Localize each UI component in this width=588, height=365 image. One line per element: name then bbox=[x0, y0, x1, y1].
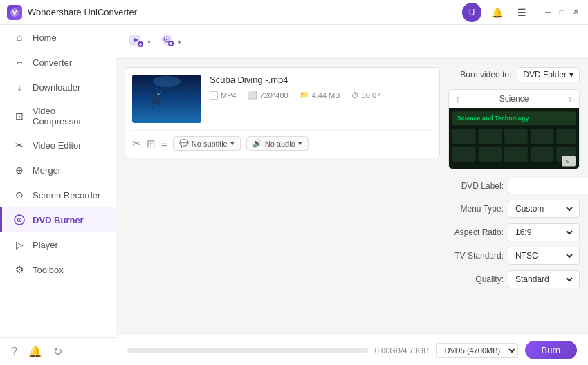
quality-label: Quality: bbox=[448, 274, 504, 284]
sync-icon[interactable]: ↻ bbox=[53, 345, 62, 358]
minimize-button[interactable]: ─ bbox=[542, 7, 553, 18]
compressor-icon: ⊡ bbox=[13, 110, 26, 122]
user-avatar[interactable]: U bbox=[462, 3, 481, 22]
main-layout: ⌂ Home ↔ Converter ↓ Downloader ⊡ Video … bbox=[0, 25, 588, 365]
quality-select-input[interactable]: Standard High Low bbox=[513, 274, 575, 285]
tv-standard-select[interactable]: NTSC PAL bbox=[508, 247, 580, 265]
video-info: Scuba Diving -.mp4 MP4 ⬜ 720*480 bbox=[210, 75, 432, 100]
aspect-ratio-label: Aspect Ratio: bbox=[448, 227, 504, 237]
quality-select[interactable]: Standard High Low bbox=[508, 270, 580, 288]
video-list-panel: Scuba Diving -.mp4 MP4 ⬜ 720*480 bbox=[125, 67, 440, 326]
dvd-label-row: DVD Label: bbox=[448, 178, 580, 194]
video-card: Scuba Diving -.mp4 MP4 ⬜ 720*480 bbox=[125, 67, 440, 158]
sidebar-item-toolbox[interactable]: ⚙ Toolbox bbox=[0, 257, 116, 282]
sidebar-item-screen-recorder[interactable]: ⊙ Screen Recorder bbox=[0, 182, 116, 207]
svg-rect-25 bbox=[479, 129, 502, 144]
disk-type-select[interactable]: DVD5 (4700MB) DVD9 (8500MB) bbox=[436, 343, 518, 358]
window-controls: ─ □ ✕ bbox=[542, 7, 581, 18]
svg-rect-26 bbox=[504, 129, 528, 144]
add-chapter-button[interactable]: ▾ bbox=[158, 30, 183, 53]
player-icon: ▷ bbox=[13, 238, 26, 251]
preview-label: Science bbox=[499, 94, 529, 104]
svg-rect-31 bbox=[504, 147, 528, 162]
bell-icon[interactable]: 🔔 bbox=[487, 3, 506, 22]
help-icon[interactable]: ? bbox=[11, 346, 17, 358]
aspect-ratio-select[interactable]: 16:9 4:3 bbox=[508, 223, 580, 241]
sidebar-item-home[interactable]: ⌂ Home bbox=[0, 25, 116, 50]
audio-icon: 🔊 bbox=[252, 139, 262, 148]
svg-rect-32 bbox=[531, 147, 554, 162]
sidebar: ⌂ Home ↔ Converter ↓ Downloader ⊡ Video … bbox=[0, 25, 116, 365]
tv-standard-row: TV Standard: NTSC PAL bbox=[448, 247, 580, 265]
add-video-chevron: ▾ bbox=[147, 38, 151, 46]
svg-text:Science and Technology: Science and Technology bbox=[457, 115, 529, 122]
audio-chevron: ▾ bbox=[298, 139, 302, 148]
app-logo bbox=[7, 5, 22, 20]
notification-icon[interactable]: 🔔 bbox=[28, 345, 42, 358]
crop-icon[interactable]: ⊞ bbox=[147, 138, 156, 150]
settings-section: DVD Label: Menu Type: Custom None Templa… bbox=[448, 178, 580, 294]
sidebar-item-merger[interactable]: ⊕ Merger bbox=[0, 158, 116, 182]
top-toolbar: ▾ ▾ bbox=[116, 25, 588, 59]
video-size: 📁 4.44 MB bbox=[300, 91, 340, 100]
sidebar-item-downloader[interactable]: ↓ Downloader bbox=[0, 75, 116, 100]
burn-button[interactable]: Burn bbox=[525, 341, 577, 359]
home-icon: ⌂ bbox=[13, 31, 26, 44]
quality-row: Quality: Standard High Low bbox=[448, 270, 580, 288]
storage-text: 0.00GB/4.70GB bbox=[375, 346, 429, 355]
title-bar-controls: U 🔔 ☰ ─ □ ✕ bbox=[462, 3, 581, 22]
video-format: MP4 bbox=[210, 91, 237, 100]
svg-point-19 bbox=[156, 88, 158, 89]
downloader-icon: ↓ bbox=[13, 81, 26, 93]
svg-point-11 bbox=[153, 76, 181, 87]
add-video-button[interactable]: ▾ bbox=[127, 31, 152, 53]
svg-point-18 bbox=[160, 91, 161, 92]
toolbox-icon: ⚙ bbox=[13, 263, 26, 276]
menu-type-label: Menu Type: bbox=[448, 204, 504, 214]
subtitle-chevron: ▾ bbox=[230, 139, 235, 148]
svg-rect-30 bbox=[479, 147, 502, 162]
video-card-bottom: ✂ ⊞ ≡ 💬 No subtitle ▾ 🔊 No audio ▾ bbox=[132, 130, 432, 151]
maximize-button[interactable]: □ bbox=[556, 7, 567, 18]
sidebar-item-converter[interactable]: ↔ Converter bbox=[0, 50, 116, 75]
aspect-ratio-row: Aspect Ratio: 16:9 4:3 bbox=[448, 223, 580, 241]
preview-next-arrow[interactable]: › bbox=[569, 93, 572, 104]
editor-icon: ✂ bbox=[13, 139, 26, 151]
sidebar-footer: ? 🔔 ↻ bbox=[0, 337, 116, 365]
add-chapter-icon bbox=[159, 32, 174, 51]
video-meta: MP4 ⬜ 720*480 📁 4.44 MB bbox=[210, 91, 432, 100]
svg-rect-29 bbox=[452, 147, 476, 162]
preview-thumbnail: Science and Technology bbox=[449, 108, 579, 169]
svg-point-8 bbox=[166, 39, 168, 41]
work-area: Scuba Diving -.mp4 MP4 ⬜ 720*480 bbox=[116, 59, 588, 335]
right-panel: Burn video to: DVD Folder ▾ ‹ Science › bbox=[448, 67, 580, 326]
svg-text:✎: ✎ bbox=[565, 159, 570, 165]
menu-type-select-input[interactable]: Custom None Template bbox=[513, 203, 575, 214]
format-check bbox=[210, 91, 218, 100]
sidebar-item-video-compressor[interactable]: ⊡ Video Compressor bbox=[0, 100, 116, 133]
dvd-burner-icon bbox=[13, 214, 26, 226]
menu-icon[interactable]: ≡ bbox=[161, 138, 167, 149]
video-thumbnail bbox=[132, 75, 201, 123]
sidebar-item-dvd-burner[interactable]: DVD Burner bbox=[0, 207, 116, 232]
aspect-ratio-select-input[interactable]: 16:9 4:3 bbox=[513, 227, 575, 238]
dvd-label-input[interactable] bbox=[508, 178, 588, 194]
recorder-icon: ⊙ bbox=[13, 189, 26, 201]
subtitle-select[interactable]: 💬 No subtitle ▾ bbox=[173, 136, 241, 151]
close-button[interactable]: ✕ bbox=[570, 7, 581, 18]
video-resolution: ⬜ 720*480 bbox=[248, 91, 288, 100]
tv-standard-select-input[interactable]: NTSC PAL bbox=[513, 250, 575, 261]
sidebar-item-video-editor[interactable]: ✂ Video Editor bbox=[0, 133, 116, 158]
content-area: ▾ ▾ bbox=[116, 25, 588, 365]
preview-prev-arrow[interactable]: ‹ bbox=[456, 93, 459, 104]
video-duration: ⏱ 00:07 bbox=[351, 91, 381, 100]
menu-icon[interactable]: ☰ bbox=[512, 3, 531, 22]
progress-bar bbox=[127, 348, 368, 353]
scissors-icon[interactable]: ✂ bbox=[132, 138, 141, 150]
svg-rect-24 bbox=[452, 129, 476, 144]
menu-type-select[interactable]: Custom None Template bbox=[508, 200, 580, 218]
sidebar-item-player[interactable]: ▷ Player bbox=[0, 232, 116, 257]
audio-select[interactable]: 🔊 No audio ▾ bbox=[246, 136, 309, 151]
burn-to-select[interactable]: DVD Folder ▾ bbox=[517, 67, 580, 82]
app-title: Wondershare UniConverter bbox=[28, 7, 462, 17]
